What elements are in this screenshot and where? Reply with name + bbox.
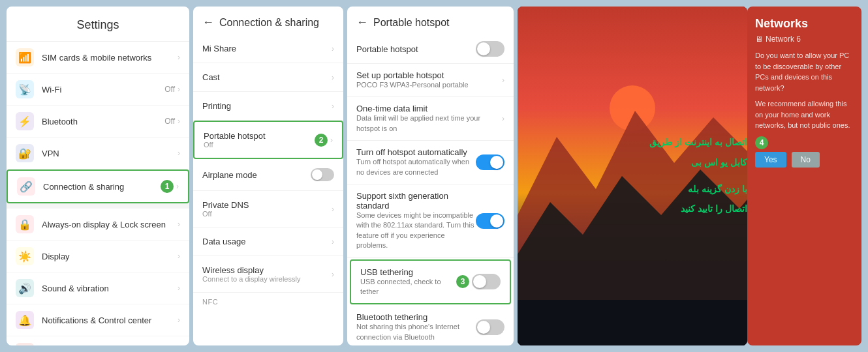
- connection-item-cast[interactable]: Cast ›: [193, 63, 343, 92]
- badge-row: 4: [755, 136, 854, 149]
- cast-label: Cast: [202, 72, 332, 82]
- chevron-icon: ›: [178, 284, 180, 293]
- chevron-icon: ›: [176, 182, 179, 191]
- settings-item-label-connection: Connection & sharing: [43, 182, 161, 192]
- connection-item-printing[interactable]: Printing ›: [193, 92, 343, 121]
- settings-item-sound[interactable]: 🔊 Sound & vibration ›: [7, 272, 189, 304]
- settings-item-always-on[interactable]: 🔒 Always-on display & Lock screen ›: [7, 209, 189, 241]
- airplane-label: Airplane mode: [202, 170, 311, 180]
- usb-badge: 3: [456, 275, 469, 288]
- hotspot-auto-off-title: Turn off hotspot automatically: [356, 147, 476, 157]
- monitor-icon: 🖥: [755, 35, 763, 44]
- settings-item-display[interactable]: ☀️ Display ›: [7, 241, 189, 272]
- settings-item-home[interactable]: 🏠 Home screen ›: [7, 336, 189, 345]
- wireless-display-label: Wireless display Connect to a display wi…: [202, 265, 332, 283]
- settings-item-notifications[interactable]: 🔔 Notifications & Control center ›: [7, 304, 189, 336]
- usb-toggle[interactable]: [472, 274, 501, 289]
- svg-rect-4: [518, 300, 747, 345]
- hotspot-toggle-item[interactable]: Portable hotspot: [347, 35, 514, 64]
- display-icon: ☀️: [16, 247, 34, 265]
- nfc-section-header: NFC: [193, 293, 343, 308]
- settings-item-wifi[interactable]: 📡 Wi-Fi Off ›: [7, 74, 189, 106]
- hotspot-data-limit-sub: Data limit will be applied next time you…: [356, 113, 502, 134]
- portable-hotspot-connection-label: Portable hotspot Off: [204, 131, 315, 149]
- farsi-line2: کابل یو اس بی: [649, 153, 747, 173]
- chevron-icon: ›: [178, 53, 180, 62]
- toggle-knob: [477, 321, 490, 334]
- connection-item-private-dns[interactable]: Private DNS Off ›: [193, 191, 343, 227]
- hotspot-badge: 2: [315, 134, 328, 147]
- toggle-knob: [490, 214, 503, 227]
- toggle-knob: [477, 42, 490, 55]
- connection-panel: ← Connection & sharing Mi Share › Cast ›…: [193, 7, 343, 345]
- settings-item-label-bluetooth: Bluetooth: [42, 117, 164, 126]
- networks-buttons: Yes No: [755, 152, 854, 168]
- connection-item-portable-hotspot[interactable]: Portable hotspot Off 2 ›: [193, 121, 343, 159]
- hotspot-main-toggle[interactable]: [476, 41, 504, 57]
- home-icon: 🏠: [16, 343, 34, 345]
- hotspot-usb-title: USB tethering: [360, 267, 456, 277]
- settings-item-label-always-on: Always-on display & Lock screen: [42, 220, 178, 229]
- chevron-icon: ›: [178, 252, 180, 261]
- bluetooth-tethering-toggle[interactable]: [476, 319, 504, 335]
- settings-item-label-wifi: Wi-Fi: [42, 85, 164, 95]
- networks-badge: 4: [755, 136, 768, 149]
- connection-badge: 1: [161, 180, 174, 193]
- connection-item-mi-share[interactable]: Mi Share ›: [193, 35, 343, 63]
- data-usage-label: Data usage: [202, 237, 332, 246]
- back-button[interactable]: ←: [202, 16, 214, 29]
- settings-item-vpn[interactable]: 🔐 VPN ›: [7, 138, 189, 169]
- chevron-icon: ›: [178, 315, 180, 325]
- auto-off-toggle[interactable]: [476, 154, 504, 170]
- hotspot-sixth-gen-item[interactable]: Support sixth generation standard Some d…: [347, 184, 514, 258]
- hotspot-sixth-gen-content: Support sixth generation standard Some d…: [356, 191, 476, 251]
- farsi-line4: اتصال را تایید کنید: [649, 199, 747, 220]
- hotspot-setup-item[interactable]: Set up portable hotspot POCO F3 WPA3-Per…: [347, 64, 514, 97]
- farsi-line3: با زدن گزینه بله: [649, 179, 747, 199]
- no-button[interactable]: No: [792, 152, 820, 168]
- settings-item-label-sim: SIM cards & mobile networks: [42, 53, 178, 63]
- wifi-icon: 📡: [16, 80, 34, 98]
- hotspot-toggle-content: Portable hotspot: [356, 44, 476, 54]
- bluetooth-status: Off: [164, 117, 175, 126]
- networks-title: Networks: [755, 17, 854, 31]
- networks-text2: We recommend allowing this on your home …: [755, 98, 854, 131]
- networks-subtitle: 🖥 Network 6: [755, 35, 854, 44]
- hotspot-bluetooth-title: Bluetooth tethering: [356, 312, 476, 322]
- settings-panel: Settings 📶 SIM cards & mobile networks ›…: [7, 7, 189, 345]
- hotspot-bluetooth-tethering-item[interactable]: Bluetooth tethering Not sharing this pho…: [347, 306, 514, 345]
- sound-icon: 🔊: [16, 279, 34, 297]
- hotspot-header: ← Portable hotspot: [347, 7, 514, 35]
- portable-hotspot-sub: Off: [204, 141, 315, 149]
- chevron-icon: ›: [178, 220, 180, 229]
- hotspot-data-limit-item[interactable]: One-time data limit Data limit will be a…: [347, 97, 514, 141]
- connection-item-data-usage[interactable]: Data usage ›: [193, 227, 343, 256]
- hotspot-data-limit-content: One-time data limit Data limit will be a…: [356, 104, 502, 134]
- chevron-icon: ›: [332, 205, 334, 214]
- hotspot-auto-off-item[interactable]: Turn off hotspot automatically Turn off …: [347, 141, 514, 184]
- yes-button[interactable]: Yes: [755, 152, 786, 168]
- hotspot-usb-content: USB tethering USB connected, check to te…: [360, 267, 456, 297]
- airplane-toggle[interactable]: [311, 168, 334, 181]
- connection-list: Mi Share › Cast › Printing › Portable ho…: [193, 35, 343, 345]
- hotspot-usb-tethering-item[interactable]: USB tethering USB connected, check to te…: [350, 259, 511, 305]
- settings-item-connection[interactable]: 🔗 Connection & sharing 1 ›: [7, 169, 189, 203]
- hotspot-sixth-gen-title: Support sixth generation standard: [356, 191, 476, 211]
- sixth-gen-toggle[interactable]: [476, 213, 504, 229]
- printing-label: Printing: [202, 101, 332, 111]
- toggle-knob: [473, 275, 486, 288]
- settings-item-bluetooth[interactable]: ⚡ Bluetooth Off ›: [7, 106, 189, 138]
- connection-item-wireless-display[interactable]: Wireless display Connect to a display wi…: [193, 256, 343, 293]
- settings-item-sim[interactable]: 📶 SIM cards & mobile networks ›: [7, 42, 189, 74]
- hotspot-setup-title: Set up portable hotspot: [356, 70, 502, 80]
- hotspot-usb-sub: USB connected, check to tether: [360, 277, 456, 297]
- networks-text1: Do you want to allow your PC to be disco…: [755, 50, 854, 93]
- connection-item-airplane[interactable]: Airplane mode: [193, 159, 343, 191]
- hotspot-list: Portable hotspot Set up portable hotspot…: [347, 35, 514, 345]
- farsi-line1: اتصال به اینترنت از طریق: [649, 132, 747, 153]
- hotspot-auto-off-sub: Turn off hotspot automatically when no d…: [356, 157, 476, 177]
- sim-icon: 📶: [16, 48, 34, 66]
- chevron-icon: ›: [332, 73, 334, 82]
- hotspot-back-button[interactable]: ←: [356, 16, 368, 29]
- settings-item-label-notifications: Notifications & Control center: [42, 315, 178, 325]
